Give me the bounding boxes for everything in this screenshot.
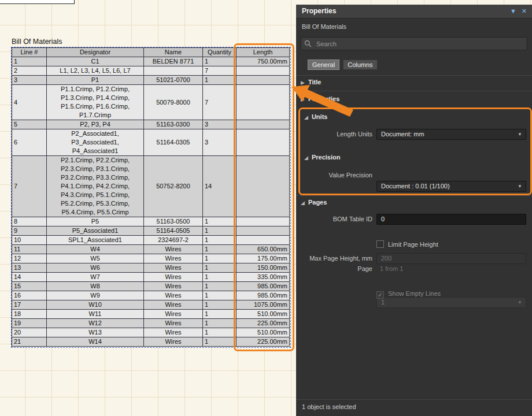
search-input[interactable]: [315, 38, 520, 49]
cell-designator: P2.1.Crimp, P2.2.Crimp, P2.3.Crimp, P3.1…: [47, 156, 144, 217]
cell-length: [237, 120, 290, 129]
table-row[interactable]: 17W10Wires11075.00mm: [12, 300, 290, 310]
cell-qty: 1: [203, 328, 237, 337]
table-row[interactable]: 3P151021-07001: [12, 76, 290, 85]
cell-length: [237, 76, 290, 85]
cell-length: 335.00mm: [237, 273, 290, 282]
cell-designator: W7: [47, 273, 144, 282]
cell-line: 21: [12, 337, 47, 347]
cell-line: 14: [12, 273, 47, 282]
value-precision-dropdown[interactable]: Document : 0.01 (1/100) ▼: [376, 181, 526, 192]
cell-designator: W13: [47, 328, 144, 337]
cell-designator: P5: [47, 217, 144, 226]
cell-qty: 14: [203, 156, 237, 217]
cell-length: [237, 217, 290, 226]
cell-length: 225.00mm: [237, 337, 290, 347]
cell-length: 1075.00mm: [237, 300, 290, 310]
cell-name: Wires: [144, 245, 203, 254]
table-row[interactable]: 13W6Wires1150.00mm: [12, 263, 290, 273]
cell-designator: W11: [47, 310, 144, 319]
table-row[interactable]: 4P1.1.Crimp, P1.2.Crimp, P1.3.Crimp, P1.…: [12, 85, 290, 120]
tab-columns[interactable]: Columns: [343, 60, 377, 70]
section-precision[interactable]: ◢Precision: [304, 154, 340, 161]
cell-name: 50752-8200: [144, 156, 203, 217]
cell-designator: P2_Associated1, P3_Associated1, P4_Assoc…: [47, 129, 144, 156]
cell-qty: 1: [203, 57, 237, 66]
cell-designator: W10: [47, 300, 144, 310]
cell-line: 2: [12, 66, 47, 76]
table-row[interactable]: 2L1, L2, L3, L4, L5, L6, L77: [12, 66, 290, 76]
table-row[interactable]: 9P5_Associated151164-05051: [12, 226, 290, 236]
column-header: Quantity: [203, 48, 237, 57]
section-title[interactable]: ▶Title: [301, 79, 321, 86]
table-row[interactable]: 6P2_Associated1, P3_Associated1, P4_Asso…: [12, 129, 290, 156]
section-pages[interactable]: ◢Pages: [301, 199, 327, 206]
cell-name: Wires: [144, 273, 203, 282]
cell-qty: 1: [203, 245, 237, 254]
cell-length: 985.00mm: [237, 282, 290, 291]
table-row[interactable]: 14W7Wires1335.00mm: [12, 273, 290, 282]
cell-qty: 1: [203, 300, 237, 310]
tab-general[interactable]: General: [308, 60, 339, 70]
cell-qty: 7: [203, 85, 237, 120]
cell-line: 12: [12, 254, 47, 263]
cell-line: 17: [12, 300, 47, 310]
cell-qty: 1: [203, 217, 237, 226]
show-empty-lines-label: Show Empty Lines: [388, 290, 441, 297]
cell-qty: 1: [203, 254, 237, 263]
cell-length: 985.00mm: [237, 291, 290, 300]
section-properties[interactable]: ▶Properties: [301, 95, 339, 102]
table-row[interactable]: 7P2.1.Crimp, P2.2.Crimp, P2.3.Crimp, P3.…: [12, 156, 290, 217]
table-row[interactable]: 12W5Wires1175.00mm: [12, 254, 290, 263]
table-row[interactable]: 5P2, P3, P451163-03003: [12, 120, 290, 129]
chevron-expanded-icon: ◢: [301, 200, 305, 206]
page-label: Page: [301, 265, 372, 273]
section-units[interactable]: ◢Units: [304, 113, 327, 120]
length-units-label: Length Units: [301, 129, 372, 140]
table-row[interactable]: 15W8Wires1985.00mm: [12, 282, 290, 291]
cell-length: [237, 226, 290, 236]
column-header: Length: [237, 48, 290, 57]
cell-designator: P2, P3, P4: [47, 120, 144, 129]
length-units-dropdown[interactable]: Document: mm ▼: [376, 129, 526, 140]
chevron-expanded-icon: ◢: [304, 114, 308, 120]
cell-name: 51021-0700: [144, 76, 203, 85]
cell-line: 13: [12, 263, 47, 273]
cell-qty: 1: [203, 291, 237, 300]
table-row[interactable]: 21W14Wires1225.00mm: [12, 337, 290, 347]
cell-name: Wires: [144, 291, 203, 300]
table-row[interactable]: 18W11Wires1510.00mm: [12, 310, 290, 319]
cell-length: 750.00mm: [237, 57, 290, 66]
cell-line: 6: [12, 129, 47, 156]
cell-name: 51164-0305: [144, 129, 203, 156]
table-row[interactable]: 10SPL1_Associated12324697-21: [12, 236, 290, 245]
cell-length: [237, 85, 290, 120]
status-bar: 1 object is selected: [302, 403, 356, 410]
cell-name: Wires: [144, 319, 203, 328]
table-row[interactable]: 20W13Wires1510.00mm: [12, 328, 290, 337]
limit-page-height-row[interactable]: Limit Page Height: [376, 240, 438, 248]
bom-table[interactable]: Line #DesignatorNameQuantityLength 1C1BE…: [12, 47, 290, 347]
panel-menu-icon[interactable]: ▼: [510, 5, 516, 18]
table-row[interactable]: 1C1BELDEN 87711750.00mm: [12, 57, 290, 66]
cell-line: 3: [12, 76, 47, 85]
show-empty-lines-row: ✓Show Empty Lines: [376, 290, 441, 298]
table-row[interactable]: 8P551163-05001: [12, 217, 290, 226]
cell-designator: SPL1_Associated1: [47, 236, 144, 245]
cell-length: [237, 236, 290, 245]
cell-name: BELDEN 8771: [144, 57, 203, 66]
table-row[interactable]: 11W4Wires1650.00mm: [12, 245, 290, 254]
table-row[interactable]: 16W9Wires1985.00mm: [12, 291, 290, 300]
tab-bar: General Columns: [308, 60, 379, 70]
cell-qty: 1: [203, 236, 237, 245]
close-icon[interactable]: ✕: [522, 5, 527, 18]
bom-table-id-input[interactable]: 0: [376, 214, 526, 225]
table-row[interactable]: 19W12Wires1225.00mm: [12, 319, 290, 328]
cell-name: Wires: [144, 263, 203, 273]
cell-length: [237, 66, 290, 76]
cell-qty: 7: [203, 66, 237, 76]
limit-page-height-checkbox[interactable]: [376, 240, 384, 248]
cell-name: 51163-0300: [144, 120, 203, 129]
cell-designator: P1.1.Crimp, P1.2.Crimp, P1.3.Crimp, P1.4…: [47, 85, 144, 120]
search-box[interactable]: [301, 37, 527, 50]
